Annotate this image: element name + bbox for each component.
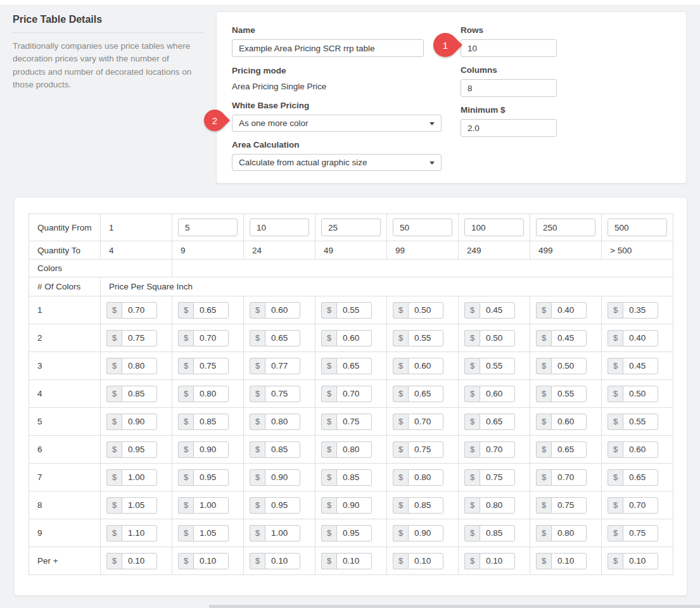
price-input[interactable]: [193, 553, 229, 569]
price-input[interactable]: [336, 497, 372, 514]
quantity-from-input[interactable]: [536, 218, 595, 236]
price-input[interactable]: [193, 414, 229, 430]
white-base-pricing-select[interactable]: As one more color: [232, 115, 442, 132]
price-input[interactable]: [408, 414, 443, 430]
price-input[interactable]: [122, 497, 157, 514]
price-input[interactable]: [551, 553, 587, 569]
rows-input[interactable]: [461, 39, 557, 57]
quantity-from-input[interactable]: [250, 218, 309, 236]
price-input[interactable]: [551, 302, 587, 319]
price-input[interactable]: [193, 358, 229, 374]
price-input[interactable]: [336, 441, 372, 458]
price-input[interactable]: [480, 414, 515, 430]
price-input[interactable]: [265, 525, 300, 542]
price-input[interactable]: [408, 302, 443, 319]
name-input[interactable]: [232, 39, 424, 57]
price-input[interactable]: [623, 414, 658, 430]
price-input[interactable]: [480, 553, 515, 569]
columns-input[interactable]: [461, 79, 557, 97]
price-input[interactable]: [623, 441, 658, 458]
price-input[interactable]: [408, 358, 443, 374]
price-input[interactable]: [623, 302, 658, 319]
price-input[interactable]: [623, 330, 658, 346]
price-input[interactable]: [265, 497, 300, 514]
price-input[interactable]: [122, 553, 157, 569]
price-input[interactable]: [336, 302, 372, 319]
price-table: Quantity From 1 Quantity To 492449992494…: [29, 213, 673, 575]
price-input[interactable]: [480, 497, 515, 514]
price-input[interactable]: [551, 441, 587, 458]
currency-prefix: $: [321, 525, 336, 542]
price-input[interactable]: [480, 441, 515, 458]
price-input[interactable]: [408, 553, 443, 569]
price-input[interactable]: [193, 330, 229, 346]
quantity-from-input[interactable]: [393, 218, 452, 236]
price-input[interactable]: [480, 469, 515, 486]
area-calculation-select[interactable]: Calculate from actual graphic size: [232, 154, 442, 171]
price-input[interactable]: [122, 441, 157, 458]
price-input[interactable]: [122, 469, 157, 486]
price-input[interactable]: [193, 525, 229, 542]
quantity-from-input[interactable]: [178, 218, 238, 236]
price-row-label: Per +: [29, 547, 101, 575]
price-input[interactable]: [265, 414, 300, 430]
price-input[interactable]: [623, 386, 658, 402]
price-input[interactable]: [336, 330, 372, 346]
quantity-from-input[interactable]: [608, 218, 667, 236]
price-input[interactable]: [408, 441, 443, 458]
price-input[interactable]: [480, 525, 515, 542]
price-input[interactable]: [193, 302, 229, 319]
price-input[interactable]: [408, 469, 443, 486]
price-input[interactable]: [551, 386, 587, 402]
price-input[interactable]: [551, 497, 587, 514]
price-input[interactable]: [551, 358, 587, 374]
price-input[interactable]: [551, 330, 587, 346]
price-input[interactable]: [408, 525, 443, 542]
price-input[interactable]: [408, 497, 443, 514]
price-input[interactable]: [623, 469, 658, 486]
price-input[interactable]: [265, 469, 300, 486]
price-input[interactable]: [265, 553, 300, 569]
currency-prefix: $: [464, 469, 480, 486]
price-input[interactable]: [122, 330, 157, 346]
price-input[interactable]: [336, 414, 372, 430]
price-input[interactable]: [336, 386, 372, 402]
price-input[interactable]: [265, 302, 300, 319]
price-input[interactable]: [336, 358, 372, 374]
price-input[interactable]: [122, 386, 157, 402]
price-input[interactable]: [193, 441, 229, 458]
quantity-from-input[interactable]: [321, 218, 381, 236]
price-input[interactable]: [193, 386, 229, 402]
price-input[interactable]: [551, 469, 587, 486]
price-input[interactable]: [122, 302, 157, 319]
price-input[interactable]: [265, 330, 300, 346]
price-input[interactable]: [480, 330, 515, 346]
page-title: Price Table Details: [13, 14, 203, 33]
price-input[interactable]: [480, 302, 515, 319]
price-input[interactable]: [265, 358, 300, 374]
price-input[interactable]: [193, 497, 229, 514]
price-input[interactable]: [336, 553, 372, 569]
price-input[interactable]: [623, 525, 658, 542]
price-input[interactable]: [623, 497, 658, 514]
price-input[interactable]: [122, 525, 157, 542]
price-input[interactable]: [265, 386, 300, 402]
price-input[interactable]: [551, 525, 587, 542]
price-input[interactable]: [408, 386, 443, 402]
price-input[interactable]: [336, 469, 372, 486]
price-input[interactable]: [480, 386, 515, 402]
quantity-from-input[interactable]: [464, 218, 524, 236]
price-input[interactable]: [480, 358, 515, 374]
price-input[interactable]: [336, 525, 372, 542]
price-input[interactable]: [623, 358, 658, 374]
horizontal-scrollbar[interactable]: [209, 605, 700, 608]
price-input[interactable]: [551, 414, 587, 430]
minimum-input[interactable]: [461, 119, 557, 137]
price-input[interactable]: [623, 553, 658, 569]
price-input[interactable]: [122, 414, 157, 430]
price-input[interactable]: [193, 469, 229, 486]
price-input[interactable]: [122, 358, 157, 374]
currency-prefix: $: [608, 441, 623, 458]
price-input[interactable]: [265, 441, 300, 458]
price-input[interactable]: [408, 330, 443, 346]
